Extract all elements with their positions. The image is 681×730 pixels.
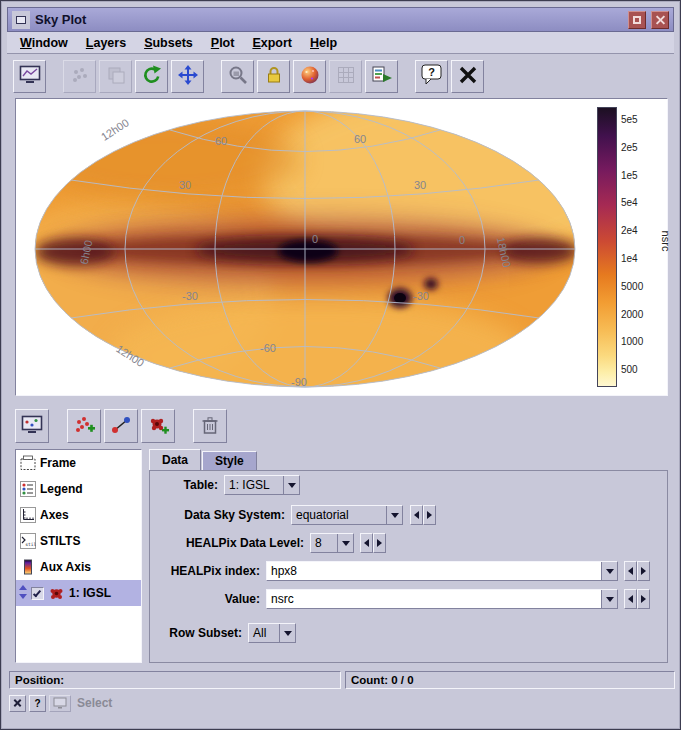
layer-visibility-checkbox[interactable] xyxy=(31,587,44,600)
stamp-disabled-button xyxy=(99,60,132,93)
plot-layers-button[interactable] xyxy=(15,409,49,443)
grid-label: 30 xyxy=(414,179,426,191)
colorbar-tick: 2000 xyxy=(621,309,643,320)
tab-style[interactable]: Style xyxy=(202,451,257,471)
rescale-disabled-button xyxy=(63,60,96,93)
help-button[interactable]: ? xyxy=(415,60,448,93)
close-window-button[interactable] xyxy=(451,60,484,93)
add-pair-layer-button[interactable] xyxy=(104,409,138,443)
spin-right-button[interactable] xyxy=(637,589,650,609)
menu-plot[interactable]: Plot xyxy=(202,33,244,53)
tab-data[interactable]: Data xyxy=(149,449,201,471)
row-subset-label: Row Subset: xyxy=(158,623,242,643)
clear-selection-button[interactable] xyxy=(9,695,26,712)
grid-label: 0 xyxy=(312,233,318,245)
layer-item-igsl[interactable]: 1: IGSL xyxy=(16,580,141,606)
drag-handle-icon[interactable] xyxy=(19,585,27,602)
spin-right-button[interactable] xyxy=(423,505,436,525)
healpix-level-combo-value: 8 xyxy=(311,534,337,552)
chevron-down-icon xyxy=(283,476,299,494)
count-status: Count: 0 / 0 xyxy=(345,671,675,689)
sky-system-label: Data Sky System: xyxy=(158,505,285,525)
table-label: Table: xyxy=(158,475,218,495)
add-position-layer-button[interactable] xyxy=(67,409,101,443)
grid-label: -30 xyxy=(182,290,198,302)
menu-window[interactable]: Window xyxy=(11,33,77,53)
value-combo[interactable]: nsrc xyxy=(266,589,618,609)
sky-map[interactable]: 12h00 60 60 30 30 6h00 0 0 18h00 -30 -30… xyxy=(20,101,590,393)
sky-plot-window: Sky Plot Window Layers Subsets Plot Expo… xyxy=(0,0,681,730)
axis-lock-button[interactable] xyxy=(257,60,290,93)
layer-item-stilts[interactable]: stilts STILTS xyxy=(16,528,141,554)
sky-system-combo[interactable]: equatorial xyxy=(291,505,403,525)
plot-window-button[interactable] xyxy=(13,60,46,93)
zoom-lock-button[interactable] xyxy=(221,60,254,93)
window-system-icon[interactable] xyxy=(12,11,30,29)
aux-axis-icon xyxy=(19,559,36,576)
sky-system-combo-value: equatorial xyxy=(292,506,386,524)
layer-item-frame[interactable]: Frame xyxy=(16,450,141,476)
chevron-down-icon xyxy=(386,506,402,524)
menu-layers[interactable]: Layers xyxy=(77,33,135,53)
table-combo[interactable]: 1: IGSL xyxy=(224,475,300,495)
spin-left-button[interactable] xyxy=(624,561,637,581)
trash-icon xyxy=(200,415,220,438)
close-button[interactable] xyxy=(651,11,669,29)
stamp-icon xyxy=(106,65,126,88)
colorbar-tick: 5000 xyxy=(621,281,643,292)
stilts-icon: stilts xyxy=(19,533,36,550)
replot-button[interactable] xyxy=(135,60,168,93)
layer-toolbar xyxy=(15,407,230,445)
colorbar-tick: 1e5 xyxy=(621,170,638,181)
layer-item-legend[interactable]: Legend xyxy=(16,476,141,502)
menubar: Window Layers Subsets Plot Export Help xyxy=(7,32,674,54)
layer-item-axes[interactable]: Axes xyxy=(16,502,141,528)
healpix-level-combo[interactable]: 8 xyxy=(310,533,354,553)
plot-window-dots-icon xyxy=(21,415,43,438)
menu-help[interactable]: Help xyxy=(301,33,346,53)
spin-right-button[interactable] xyxy=(373,533,386,553)
add-healpix-layer-button[interactable] xyxy=(141,409,175,443)
select-mode-button xyxy=(49,695,71,712)
spin-left-button[interactable] xyxy=(624,589,637,609)
healpix-index-combo[interactable]: hpx8 xyxy=(266,561,618,581)
footer-bar: ? Select xyxy=(9,693,112,713)
export-button[interactable] xyxy=(365,60,398,93)
plot-window-icon xyxy=(19,65,41,88)
chevron-down-icon xyxy=(279,624,295,642)
grid-label: 12h00 xyxy=(99,116,131,143)
igsl-blob-icon xyxy=(48,585,65,602)
pan-button[interactable] xyxy=(171,60,204,93)
axes-icon xyxy=(19,507,36,524)
colorbar-tick: 2e5 xyxy=(621,142,638,153)
menu-export[interactable]: Export xyxy=(243,33,301,53)
row-subset-combo[interactable]: All xyxy=(248,623,296,643)
sky-system-spinner xyxy=(410,505,436,525)
position-status: Position: xyxy=(9,671,341,689)
layer-item-label: Aux Axis xyxy=(40,560,91,574)
grid-icon xyxy=(336,65,356,88)
grid-label: 30 xyxy=(179,179,191,191)
layer-item-label: Legend xyxy=(40,482,83,496)
titlebar[interactable]: Sky Plot xyxy=(7,7,674,32)
aux-shader-button[interactable] xyxy=(293,60,326,93)
colorbar-tick: 1e4 xyxy=(621,253,638,264)
export-icon xyxy=(371,65,393,88)
footer-help-button[interactable]: ? xyxy=(29,695,46,712)
grid-label: 0 xyxy=(459,234,465,246)
grid-label: 60 xyxy=(215,135,227,147)
grid-label: 60 xyxy=(354,133,366,145)
window-title: Sky Plot xyxy=(35,12,623,27)
main-toolbar: ? xyxy=(13,57,487,95)
spin-left-button[interactable] xyxy=(360,533,373,553)
spin-right-button[interactable] xyxy=(637,561,650,581)
delete-layer-button[interactable] xyxy=(193,409,227,443)
layer-item-aux-axis[interactable]: Aux Axis xyxy=(16,554,141,580)
sky-plot-canvas[interactable]: 12h00 60 60 30 30 6h00 0 0 18h00 -30 -30… xyxy=(15,98,668,396)
menu-subsets[interactable]: Subsets xyxy=(135,33,202,53)
layer-item-label: Axes xyxy=(40,508,69,522)
layer-item-label: 1: IGSL xyxy=(69,586,111,600)
spin-left-button[interactable] xyxy=(410,505,423,525)
maximize-button[interactable] xyxy=(628,11,646,29)
colorbar-ticks: 5e5 2e5 1e5 5e4 2e4 1e4 5000 2000 1000 5… xyxy=(621,107,659,387)
